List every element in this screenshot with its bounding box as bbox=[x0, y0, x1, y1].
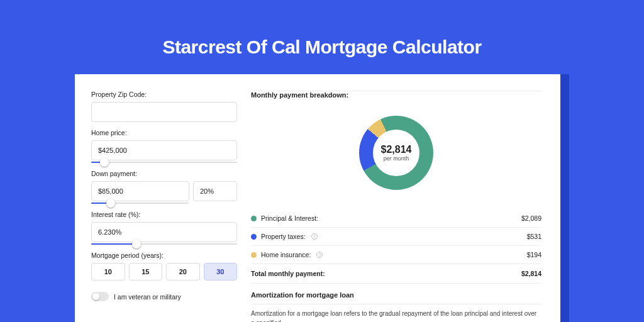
toggle-knob bbox=[92, 293, 99, 300]
zip-label: Property Zip Code: bbox=[91, 91, 237, 98]
down-payment-slider[interactable] bbox=[91, 203, 189, 204]
amortization-title: Amortization for mortgage loan bbox=[251, 284, 541, 304]
down-payment-group: Down payment: bbox=[91, 170, 237, 204]
period-button-30[interactable]: 30 bbox=[204, 263, 238, 280]
home-price-group: Home price: bbox=[91, 129, 237, 163]
home-price-slider[interactable] bbox=[91, 162, 237, 163]
slider-thumb[interactable] bbox=[132, 240, 141, 248]
legend-dot bbox=[251, 216, 257, 221]
interest-rate-label: Interest rate (%): bbox=[91, 211, 237, 218]
veteran-row: I am veteran or military bbox=[91, 292, 237, 301]
breakdown-value: $194 bbox=[527, 251, 541, 258]
period-button-10[interactable]: 10 bbox=[91, 263, 125, 280]
breakdown-item: Principal & Interest:$2,089 bbox=[251, 209, 541, 227]
breakdown-panel: Monthly payment breakdown: $2,814 per mo… bbox=[251, 74, 560, 322]
interest-rate-slider[interactable] bbox=[91, 243, 237, 245]
down-payment-label: Down payment: bbox=[91, 170, 237, 177]
breakdown-title: Monthly payment breakdown: bbox=[251, 91, 541, 104]
home-price-label: Home price: bbox=[91, 129, 237, 136]
total-value: $2,814 bbox=[521, 270, 541, 277]
zip-group: Property Zip Code: bbox=[91, 91, 237, 122]
total-row: Total monthly payment: $2,814 bbox=[251, 264, 541, 283]
interest-rate-group: Interest rate (%): bbox=[91, 211, 237, 245]
legend-dot bbox=[251, 234, 257, 240]
veteran-toggle[interactable] bbox=[91, 292, 109, 301]
breakdown-value: $531 bbox=[527, 233, 541, 240]
interest-rate-input[interactable] bbox=[91, 222, 237, 242]
breakdown-label: Principal & Interest: bbox=[261, 214, 318, 222]
breakdown-label: Home insurance: bbox=[261, 251, 311, 258]
down-payment-input[interactable] bbox=[91, 181, 189, 201]
amortization-body: Amortization for a mortgage loan refers … bbox=[251, 309, 541, 322]
breakdown-item: Home insurance:?$194 bbox=[251, 246, 541, 264]
slider-thumb[interactable] bbox=[100, 158, 109, 167]
veteran-label: I am veteran or military bbox=[114, 293, 181, 301]
form-panel: Property Zip Code: Home price: Down paym… bbox=[75, 74, 251, 322]
home-price-input[interactable] bbox=[91, 140, 237, 160]
zip-input[interactable] bbox=[91, 102, 237, 122]
total-label: Total monthly payment: bbox=[251, 270, 325, 277]
period-button-15[interactable]: 15 bbox=[129, 263, 163, 280]
period-group: Mortgage period (years): 10152030 bbox=[91, 252, 237, 280]
breakdown-value: $2,089 bbox=[521, 214, 541, 222]
help-icon[interactable]: ? bbox=[311, 233, 318, 240]
calculator-card: Property Zip Code: Home price: Down paym… bbox=[75, 74, 560, 322]
page-title: Starcrest Of Cal Mortgage Calculator bbox=[162, 36, 481, 58]
period-label: Mortgage period (years): bbox=[91, 252, 237, 259]
donut-amount: $2,814 bbox=[381, 144, 412, 155]
donut-sub: per month bbox=[384, 155, 409, 162]
donut-chart: $2,814 per month bbox=[251, 109, 541, 197]
card-shadow: Property Zip Code: Home price: Down paym… bbox=[75, 74, 569, 322]
legend-dot bbox=[251, 252, 257, 258]
breakdown-item: Property taxes:?$531 bbox=[251, 228, 541, 245]
donut-center: $2,814 per month bbox=[373, 130, 419, 176]
period-button-20[interactable]: 20 bbox=[166, 263, 200, 280]
down-payment-pct-input[interactable] bbox=[193, 181, 237, 201]
help-icon[interactable]: ? bbox=[316, 252, 323, 258]
slider-thumb[interactable] bbox=[106, 199, 115, 208]
breakdown-label: Property taxes: bbox=[261, 233, 306, 240]
